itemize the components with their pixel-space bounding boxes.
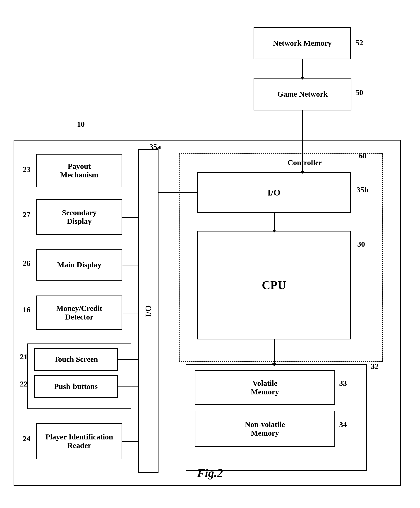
main-system-ref: 10: [77, 120, 85, 129]
non-volatile-memory-box: Non-volatileMemory: [195, 411, 335, 447]
volatile-ref: 33: [339, 379, 347, 388]
memory-group-ref: 32: [371, 362, 379, 371]
line-secondary-io: [122, 217, 139, 218]
line-payout-io: [122, 171, 139, 171]
line-main-display-io: [122, 265, 139, 265]
main-display-label: Main Display: [57, 260, 101, 269]
push-buttons-label: Push-buttons: [54, 382, 98, 391]
secondary-display-box: SecondaryDisplay: [36, 199, 122, 235]
player-id-box: Player IdentificationReader: [36, 423, 122, 459]
io-bar: I/O: [138, 149, 158, 473]
controller-ref: 60: [359, 152, 367, 160]
io-bar-ref: 35a: [150, 143, 161, 151]
main-display-box: Main Display: [36, 249, 122, 280]
line-gn-to-ioinner: [302, 140, 303, 172]
network-memory-label: Network Memory: [273, 39, 332, 48]
money-credit-box: Money/CreditDetector: [36, 295, 122, 330]
player-id-ref: 24: [23, 434, 30, 443]
io-inner-label: I/O: [267, 187, 281, 198]
cpu-box: CPU: [197, 231, 351, 339]
secondary-display-label: SecondaryDisplay: [62, 208, 97, 226]
label-10-line: [85, 126, 85, 140]
player-id-label: Player IdentificationReader: [45, 433, 113, 450]
game-network-ref: 50: [355, 88, 363, 97]
line-io-cpu: [274, 213, 275, 231]
line-nm-to-gn: [302, 59, 303, 78]
line-pushbtn-io: [118, 386, 139, 387]
volatile-memory-label: VolatileMemory: [251, 379, 279, 396]
io-inner-ref: 35b: [357, 185, 369, 194]
payout-mechanism-box: PayoutMechanism: [36, 154, 122, 187]
payout-ref: 23: [23, 165, 30, 174]
network-memory-ref: 52: [355, 38, 363, 47]
cpu-label: CPU: [262, 279, 286, 292]
figure-label: Fig.2: [197, 466, 223, 480]
non-volatile-memory-label: Non-volatileMemory: [245, 420, 285, 437]
money-credit-ref: 16: [23, 305, 30, 314]
cpu-ref: 30: [357, 240, 365, 249]
game-network-label: Game Network: [277, 90, 328, 98]
line-gn-down: [302, 110, 303, 140]
controller-label: Controller: [288, 158, 322, 167]
network-memory-box: Network Memory: [254, 27, 351, 59]
diagram: Network Memory 52 Game Network 50 10 Pay…: [0, 14, 420, 489]
touch-screen-box: Touch Screen: [34, 348, 118, 371]
secondary-display-ref: 27: [23, 210, 30, 219]
main-display-ref: 26: [23, 259, 30, 268]
payout-mechanism-label: PayoutMechanism: [60, 162, 98, 179]
touch-screen-ref: 21: [20, 353, 28, 361]
push-buttons-box: Push-buttons: [34, 375, 118, 398]
non-volatile-ref: 34: [339, 420, 347, 429]
touch-screen-label: Touch Screen: [54, 355, 98, 364]
money-credit-label: Money/CreditDetector: [56, 304, 102, 321]
game-network-box: Game Network: [254, 78, 351, 110]
line-money-io: [122, 313, 139, 313]
io-bar-label: I/O: [143, 305, 153, 317]
io-inner-box: I/O: [197, 172, 351, 213]
volatile-memory-box: VolatileMemory: [195, 370, 335, 405]
arrow-gn-ioinner: [300, 171, 304, 174]
line-touch-io: [118, 359, 139, 360]
line-cpu-memory: [274, 339, 275, 365]
push-buttons-ref: 22: [20, 380, 28, 388]
line-playerid-io: [122, 441, 139, 442]
